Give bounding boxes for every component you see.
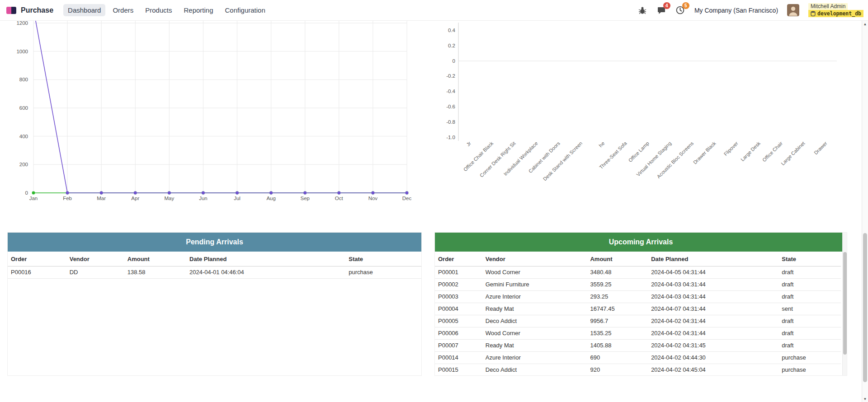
messages-icon[interactable]: 4: [656, 5, 666, 15]
svg-text:-0.6: -0.6: [446, 104, 455, 109]
page-scrollbar-thumb[interactable]: [863, 233, 867, 382]
logo-left-half: [6, 7, 11, 14]
table-scrollbar[interactable]: [842, 233, 847, 376]
cell: Wood Corner: [484, 266, 589, 279]
column-header[interactable]: State: [347, 252, 421, 266]
column-header[interactable]: Amount: [126, 252, 188, 266]
table-row[interactable]: P00003Azure Interior293.252024-04-03 04:…: [435, 291, 841, 303]
cell: 1535.25: [588, 327, 649, 340]
cell: Azure Interior: [484, 291, 589, 303]
svg-text:Jun: Jun: [199, 196, 208, 201]
cell: P00002: [435, 279, 484, 291]
svg-text:-0.4: -0.4: [446, 89, 455, 94]
column-header[interactable]: Vendor: [484, 252, 589, 266]
svg-text:Nov: Nov: [368, 196, 378, 201]
column-header[interactable]: Order: [435, 252, 484, 266]
upcoming-arrivals-card: Upcoming Arrivals OrderVendorAmountDate …: [434, 232, 847, 376]
odoo-apps-icon[interactable]: [6, 7, 16, 14]
svg-text:Jul: Jul: [234, 196, 241, 201]
cell: P00001: [435, 266, 484, 279]
upcoming-arrivals-header: Upcoming Arrivals: [435, 233, 847, 252]
scroll-up-arrow-icon[interactable]: ▲: [862, 21, 868, 27]
cell: purchase: [347, 266, 421, 279]
menu-configuration[interactable]: Configuration: [221, 4, 270, 16]
cell: 2024-04-02 04:44:30: [649, 352, 780, 364]
cell: 1405.88: [588, 340, 649, 352]
company-switcher[interactable]: My Company (San Francisco): [694, 7, 778, 14]
svg-text:Jan: Jan: [29, 196, 38, 201]
cell: P00004: [435, 303, 484, 315]
cell: draft: [780, 315, 841, 327]
svg-text:Sep: Sep: [300, 196, 309, 201]
systray: 4 5 My Company (San Francisco) Mitchell …: [637, 3, 868, 17]
table-row[interactable]: P00002Gemini Furniture3559.252024-04-03 …: [435, 279, 841, 291]
column-header[interactable]: Amount: [588, 252, 649, 266]
menu-orders[interactable]: Orders: [108, 4, 138, 16]
menu-products[interactable]: Products: [141, 4, 176, 16]
column-header[interactable]: Order: [8, 252, 68, 266]
cell: draft: [780, 291, 841, 303]
activities-icon[interactable]: 5: [675, 5, 685, 15]
line-chart-svg: JanFebMarAprMayJunJulAugSepOctNovDec0200…: [0, 21, 429, 215]
upcoming-arrivals-table: OrderVendorAmountDate PlannedStateP00001…: [435, 252, 841, 376]
cell: 690: [588, 352, 649, 364]
table-row[interactable]: P00015Deco Addict9202024-04-02 04:45:04p…: [435, 364, 841, 376]
svg-text:Drawer Black: Drawer Black: [692, 140, 717, 165]
database-icon: [811, 11, 816, 16]
table-row[interactable]: P00006Wood Corner1535.252024-04-02 04:31…: [435, 327, 841, 340]
svg-text:Drawer: Drawer: [813, 140, 828, 156]
svg-text:800: 800: [19, 77, 28, 82]
table-header-row: OrderVendorAmountDate PlannedState: [435, 252, 841, 266]
svg-text:Acoustic Bloc Screens: Acoustic Bloc Screens: [656, 140, 695, 179]
cell: Gemini Furniture: [484, 279, 589, 291]
svg-text:Desk Stand with Screen: Desk Stand with Screen: [542, 140, 583, 182]
table-row[interactable]: P00005Deco Addict9956.72024-04-02 04:31:…: [435, 315, 841, 327]
svg-text:Aug: Aug: [266, 196, 275, 201]
user-avatar[interactable]: [787, 4, 799, 16]
products-bar-chart[interactable]: 0.40.20-0.2-0.4-0.6-0.8-1.0JrOffice Chai…: [445, 21, 859, 215]
svg-text:600: 600: [19, 105, 28, 111]
column-header[interactable]: Vendor: [68, 252, 126, 266]
user-menu[interactable]: Mitchell Admin development_db: [808, 3, 863, 17]
logo-right-half: [11, 7, 16, 14]
table-row[interactable]: P00001Wood Corner3480.482024-04-05 04:31…: [435, 266, 841, 279]
svg-text:May: May: [164, 196, 174, 201]
svg-text:-1.0: -1.0: [446, 135, 455, 140]
pending-arrivals-title: Pending Arrivals: [186, 238, 243, 246]
pending-arrivals-table: OrderVendorAmountDate PlannedStateP00016…: [8, 252, 421, 279]
menu-reporting[interactable]: Reporting: [179, 4, 217, 16]
table-row[interactable]: P00004Ready Mat16747.452024-04-07 04:31:…: [435, 303, 841, 315]
cell: Wood Corner: [484, 327, 589, 340]
app-name[interactable]: Purchase: [21, 6, 53, 14]
menu-dashboard[interactable]: Dashboard: [63, 4, 105, 16]
table-row[interactable]: P00016DD138.582024-04-01 04:46:04purchas…: [8, 266, 421, 279]
cell: 2024-04-05 04:31:44: [649, 266, 780, 279]
cell: 2024-04-07 04:31:44: [649, 303, 780, 315]
cell: 293.25: [588, 291, 649, 303]
cell: P00005: [435, 315, 484, 327]
column-header[interactable]: Date Planned: [188, 252, 347, 266]
cell: draft: [780, 340, 841, 352]
table-row[interactable]: P00007Ready Mat1405.882024-04-02 04:31:4…: [435, 340, 841, 352]
cell: Deco Addict: [484, 315, 589, 327]
monthly-purchases-line-chart[interactable]: JanFebMarAprMayJunJulAugSepOctNovDec0200…: [0, 21, 429, 215]
cell: P00014: [435, 352, 484, 364]
debug-bug-icon[interactable]: [637, 5, 647, 15]
cell: P00016: [8, 266, 68, 279]
svg-text:-0.8: -0.8: [446, 119, 455, 125]
svg-text:Office Chair: Office Chair: [761, 140, 784, 163]
scroll-down-arrow-icon[interactable]: ▼: [862, 396, 868, 402]
svg-text:1200: 1200: [16, 21, 28, 26]
column-header[interactable]: State: [780, 252, 841, 266]
svg-text:Office Lamp: Office Lamp: [627, 140, 650, 163]
column-header[interactable]: Date Planned: [649, 252, 780, 266]
svg-text:Jr: Jr: [465, 140, 472, 147]
table-row[interactable]: P00014Azure Interior6902024-04-02 04:44:…: [435, 352, 841, 364]
svg-text:0: 0: [25, 190, 28, 196]
cell: 2024-04-02 04:31:45: [649, 340, 780, 352]
table-scrollbar-thumb[interactable]: [843, 252, 847, 355]
cell: draft: [780, 327, 841, 340]
cell: P00003: [435, 291, 484, 303]
page-scrollbar[interactable]: ▲ ▼: [862, 21, 868, 402]
messages-badge: 4: [663, 2, 670, 9]
